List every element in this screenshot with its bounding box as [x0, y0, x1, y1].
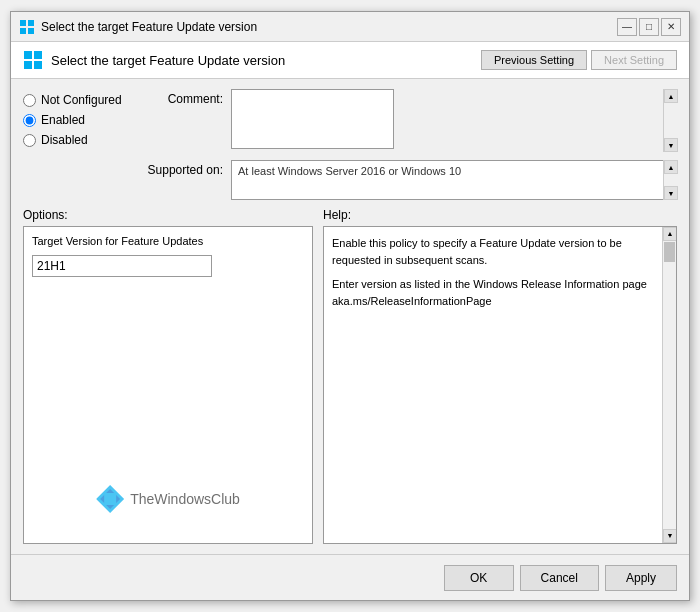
- header-icon: [23, 50, 43, 70]
- radio-disabled[interactable]: Disabled: [23, 133, 133, 147]
- maximize-button[interactable]: □: [639, 18, 659, 36]
- help-panel: Help: Enable this policy to specify a Fe…: [323, 208, 677, 544]
- title-bar: Select the target Feature Update version…: [11, 12, 689, 42]
- supported-scroll-down[interactable]: ▼: [664, 186, 678, 200]
- radio-enabled-input[interactable]: [23, 114, 36, 127]
- supported-row: Supported on: At least Windows Server 20…: [143, 160, 677, 200]
- svg-rect-3: [28, 28, 34, 34]
- svg-rect-1: [28, 20, 34, 26]
- header-bar: Select the target Feature Update version…: [11, 42, 689, 79]
- target-version-input[interactable]: [32, 255, 212, 277]
- help-scroll-down[interactable]: ▼: [663, 529, 677, 543]
- comment-scrollbar: ▲ ▼: [663, 89, 677, 152]
- help-scrollbar: ▲ ▼: [662, 227, 676, 543]
- help-scroll-up[interactable]: ▲: [663, 227, 677, 241]
- help-box: Enable this policy to specify a Feature …: [323, 226, 677, 544]
- minimize-button[interactable]: —: [617, 18, 637, 36]
- main-content: Not Configured Enabled Disabled Comment:: [11, 79, 689, 554]
- help-label: Help:: [323, 208, 677, 222]
- radio-not-configured-input[interactable]: [23, 94, 36, 107]
- comment-row: Comment: ▲ ▼: [143, 89, 677, 152]
- content-area: Select the target Feature Update version…: [11, 42, 689, 600]
- ok-button[interactable]: OK: [444, 565, 514, 591]
- svg-rect-11: [104, 493, 116, 505]
- svg-rect-6: [24, 61, 32, 69]
- previous-setting-button[interactable]: Previous Setting: [481, 50, 587, 70]
- svg-rect-5: [34, 51, 42, 59]
- header-buttons: Previous Setting Next Setting: [481, 50, 677, 70]
- cancel-button[interactable]: Cancel: [520, 565, 599, 591]
- supported-value: At least Windows Server 2016 or Windows …: [231, 160, 677, 200]
- radio-enabled[interactable]: Enabled: [23, 113, 133, 127]
- options-box: Target Version for Feature Updates TheWi…: [23, 226, 313, 544]
- scroll-up-arrow[interactable]: ▲: [664, 89, 678, 103]
- header-title: Select the target Feature Update version: [51, 53, 285, 68]
- apply-button[interactable]: Apply: [605, 565, 677, 591]
- comment-wrapper: ▲ ▼: [231, 89, 677, 152]
- svg-rect-0: [20, 20, 26, 26]
- scroll-down-arrow[interactable]: ▼: [664, 138, 678, 152]
- help-paragraph-1: Enable this policy to specify a Feature …: [332, 235, 668, 268]
- right-section: Comment: ▲ ▼ Supported on:: [143, 89, 677, 200]
- watermark-icon: [96, 485, 124, 513]
- window-icon: [19, 19, 35, 35]
- svg-rect-2: [20, 28, 26, 34]
- supported-wrapper: At least Windows Server 2016 or Windows …: [231, 160, 677, 200]
- panels-section: Options: Target Version for Feature Upda…: [23, 208, 677, 544]
- svg-rect-4: [24, 51, 32, 59]
- top-section: Not Configured Enabled Disabled Comment:: [23, 89, 677, 200]
- watermark: TheWindowsClub: [96, 485, 240, 513]
- svg-rect-7: [34, 61, 42, 69]
- watermark-text: TheWindowsClub: [130, 491, 240, 507]
- footer: OK Cancel Apply: [11, 554, 689, 600]
- options-panel: Options: Target Version for Feature Upda…: [23, 208, 313, 544]
- comment-textarea[interactable]: [231, 89, 394, 149]
- title-text: Select the target Feature Update version: [41, 20, 257, 34]
- supported-scroll-up[interactable]: ▲: [664, 160, 678, 174]
- next-setting-button: Next Setting: [591, 50, 677, 70]
- radio-disabled-input[interactable]: [23, 134, 36, 147]
- radio-group: Not Configured Enabled Disabled: [23, 89, 133, 200]
- help-paragraph-2: Enter version as listed in the Windows R…: [332, 276, 668, 309]
- comment-label: Comment:: [143, 89, 223, 106]
- radio-not-configured[interactable]: Not Configured: [23, 93, 133, 107]
- title-controls: — □ ✕: [617, 18, 681, 36]
- supported-scrollbar: ▲ ▼: [663, 160, 677, 200]
- main-window: Select the target Feature Update version…: [10, 11, 690, 601]
- options-label: Options:: [23, 208, 313, 222]
- close-button[interactable]: ✕: [661, 18, 681, 36]
- supported-label: Supported on:: [143, 160, 223, 177]
- target-version-label: Target Version for Feature Updates: [32, 235, 304, 247]
